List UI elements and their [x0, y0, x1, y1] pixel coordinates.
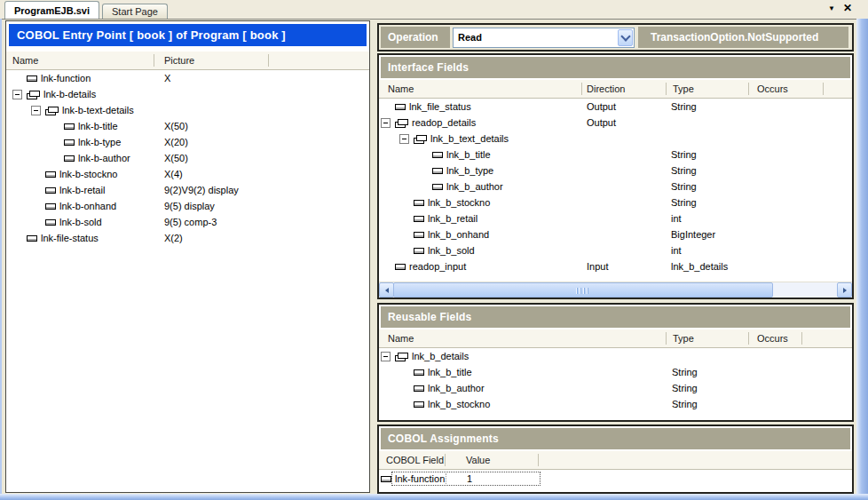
table-row[interactable]: lnk-b-retail 9(2)V9(2) display — [6, 182, 369, 198]
field-icon — [395, 264, 406, 270]
column-separator[interactable] — [666, 83, 667, 95]
column-separator[interactable] — [823, 83, 824, 95]
column-separator[interactable] — [268, 54, 269, 67]
field-icon — [432, 152, 443, 158]
field-name: lnk-b-details — [43, 89, 96, 99]
picture-value: X(2) — [164, 230, 183, 246]
table-row[interactable]: lnk_b_text_details — [379, 131, 852, 147]
table-row[interactable]: lnk-b-text-details — [6, 102, 369, 118]
field-name: lnk-b-author — [78, 153, 130, 163]
window-frame-left — [0, 19, 2, 500]
table-row[interactable]: lnk_b_type String — [379, 163, 852, 179]
table-row[interactable]: lnk_b_stockno String — [379, 396, 852, 412]
field-name: lnk-b-type — [78, 137, 121, 147]
close-icon[interactable]: ✕ — [843, 2, 852, 14]
reusable-fields-panel: Reusable Fields Name Type Occurs lnk_b_d… — [377, 303, 854, 422]
picture-value: X(50) — [164, 118, 188, 134]
table-row[interactable]: lnk_b_author String — [379, 179, 852, 194]
left-table-header: Name Picture — [6, 52, 369, 70]
type-value: String — [672, 364, 698, 380]
field-icon — [414, 216, 424, 222]
field-icon — [45, 219, 56, 226]
collapse-icon[interactable] — [381, 352, 391, 361]
tab-strip: ProgramEJB.svi Start Page ▼ ✕ — [0, 0, 868, 19]
tab-list-dropdown-icon[interactable]: ▼ — [828, 4, 835, 12]
column-separator[interactable] — [538, 454, 539, 466]
table-row[interactable]: lnk_b_title String — [379, 364, 852, 380]
table-row[interactable]: lnk-b-type X(20) — [6, 134, 369, 150]
scroll-left-button[interactable] — [379, 282, 394, 298]
arrow-right-icon — [843, 288, 847, 293]
collapse-icon[interactable] — [381, 118, 391, 128]
table-row[interactable]: lnk-b-onhand 9(5) display — [6, 198, 369, 214]
column-header-type: Type — [673, 329, 694, 347]
group-icon — [45, 106, 59, 115]
collapse-icon[interactable] — [399, 134, 409, 144]
table-row[interactable]: readop_input Input lnk_b_details — [379, 258, 852, 274]
collapse-icon[interactable] — [31, 106, 41, 115]
table-row[interactable]: lnk-b-sold 9(5) comp-3 — [6, 214, 369, 230]
cobol-field-name: lnk-function — [392, 473, 445, 484]
table-row[interactable]: lnk-b-stockno X(4) — [6, 166, 369, 182]
table-row[interactable]: lnk-b-details — [6, 86, 369, 102]
table-row[interactable]: lnk-file-status X(2) — [6, 230, 369, 246]
group-icon — [395, 118, 408, 128]
table-row[interactable]: readop_details Output — [379, 115, 852, 131]
table-row[interactable]: lnk-b-title X(50) — [6, 118, 369, 134]
table-row[interactable]: lnk_b_sold int — [379, 242, 852, 258]
field-icon — [64, 123, 75, 130]
left-tree: lnk-function X lnk-b-details lnk-b-text-… — [6, 70, 369, 246]
field-name: lnk_b_onhand — [428, 229, 489, 240]
group-icon — [414, 134, 427, 144]
table-row[interactable]: lnk_b_details — [379, 348, 852, 364]
field-name: lnk-b-stockno — [59, 169, 117, 179]
column-separator[interactable] — [748, 83, 749, 95]
collapse-icon[interactable] — [12, 90, 22, 99]
field-icon — [432, 168, 443, 174]
field-name: lnk_file_status — [409, 101, 471, 112]
type-value: String — [671, 179, 697, 194]
scrollbar-thumb[interactable] — [393, 282, 773, 298]
table-row[interactable]: lnk_file_status Output String — [379, 99, 852, 115]
table-row[interactable]: lnk_b_stockno String — [379, 194, 852, 210]
direction-value: Output — [587, 99, 616, 115]
content-top-border — [2, 19, 856, 20]
column-separator[interactable] — [154, 54, 154, 67]
chevron-down-icon — [620, 31, 630, 41]
table-row[interactable]: lnk-function X — [6, 70, 369, 86]
table-row[interactable]: lnk_b_retail int — [379, 210, 852, 226]
operation-select[interactable]: Read — [453, 28, 635, 48]
interface-table-header: Name Direction Type Occurs — [379, 80, 852, 99]
table-row[interactable]: lnk-function 1 — [379, 472, 852, 487]
table-row[interactable]: lnk-b-author X(50) — [6, 150, 369, 166]
tab-start-page[interactable]: Start Page — [102, 4, 168, 19]
type-value: lnk_b_details — [671, 258, 728, 274]
column-separator[interactable] — [666, 332, 667, 345]
section-title: COBOL Assignments — [381, 428, 850, 449]
column-separator[interactable] — [748, 332, 749, 345]
combo-dropdown-button[interactable] — [618, 29, 633, 46]
table-row[interactable]: lnk_b_title String — [379, 147, 852, 163]
picture-value: X(4) — [164, 166, 183, 182]
horizontal-scrollbar[interactable] — [379, 282, 852, 298]
selected-cell-focus[interactable]: lnk-function 1 — [391, 472, 541, 486]
table-row[interactable]: lnk_b_author String — [379, 380, 852, 396]
field-name: lnk-b-onhand — [59, 201, 116, 211]
field-name: lnk_b_sold — [428, 245, 475, 256]
type-value: int — [671, 210, 682, 226]
column-header-type: Type — [673, 80, 694, 98]
scroll-right-button[interactable] — [837, 282, 852, 298]
picture-value: 9(5) display — [164, 198, 215, 214]
group-icon — [395, 352, 408, 361]
table-row[interactable]: lnk_b_onhand BigInteger — [379, 226, 852, 242]
column-separator[interactable] — [801, 332, 802, 345]
tab-programejb[interactable]: ProgramEJB.svi — [4, 1, 99, 19]
field-name: lnk_b_type — [446, 165, 493, 176]
direction-value: Output — [587, 115, 616, 131]
column-header-cobol-field: COBOL Field — [386, 451, 444, 469]
reusable-table-header: Name Type Occurs — [379, 329, 852, 348]
column-separator[interactable] — [445, 454, 446, 466]
column-separator[interactable] — [581, 83, 582, 95]
field-name: lnk_b_stockno — [428, 399, 490, 409]
type-value: String — [672, 396, 698, 412]
